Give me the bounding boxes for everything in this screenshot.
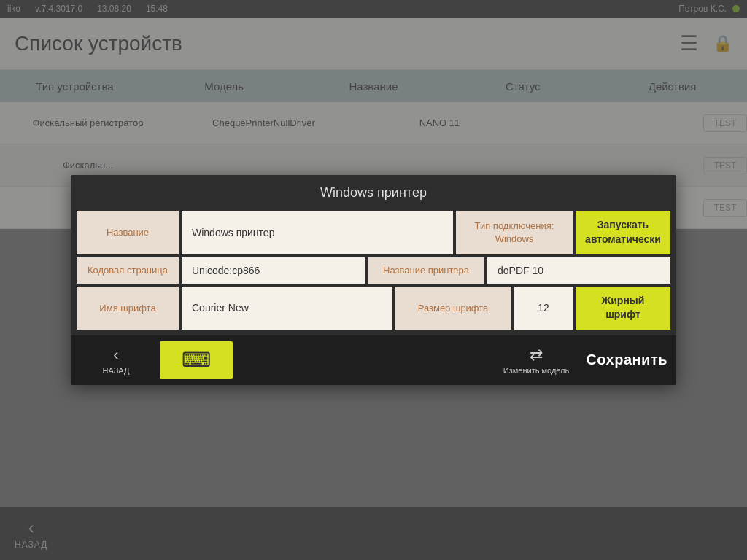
codepage-label: Кодовая страница <box>77 257 179 284</box>
modal-footer: ‹ НАЗАД ⌨ ⇄ Изменить модель Сохранить <box>71 335 676 385</box>
auto-start-button[interactable]: Запускать автоматически <box>576 211 670 254</box>
name-label: Название <box>77 211 179 254</box>
modal-overlay: Windows принтер Название Windows принтер… <box>0 0 747 560</box>
printer-name-label: Название принтера <box>368 257 484 284</box>
modal-body: Название Windows принтер Тип подключения… <box>71 208 676 335</box>
name-value[interactable]: Windows принтер <box>182 211 453 254</box>
change-model-button[interactable]: ⇄ Изменить модель <box>492 346 580 375</box>
save-button[interactable]: Сохранить <box>580 351 667 368</box>
codepage-value[interactable]: Unicode:cp866 <box>182 257 365 284</box>
printer-name-value[interactable]: doPDF 10 <box>487 257 670 284</box>
keyboard-icon: ⌨ <box>182 348 211 372</box>
font-name-value[interactable]: Courier New <box>182 287 392 330</box>
form-row-3: Имя шрифта Courier New Размер шрифта 12 … <box>77 287 670 330</box>
bold-font-button[interactable]: Жирный шрифт <box>576 287 670 330</box>
modal-back-button[interactable]: ‹ НАЗАД <box>80 346 152 375</box>
modal-dialog: Windows принтер Название Windows принтер… <box>71 175 676 384</box>
modal-back-label: НАЗАД <box>103 366 130 375</box>
font-size-value[interactable]: 12 <box>514 287 573 330</box>
modal-back-arrow-icon: ‹ <box>113 346 118 365</box>
keyboard-button[interactable]: ⌨ <box>160 341 233 379</box>
change-model-label: Изменить модель <box>503 366 569 375</box>
form-row-2: Кодовая страница Unicode:cp866 Название … <box>77 257 670 284</box>
font-name-label: Имя шрифта <box>77 287 179 330</box>
form-row-1: Название Windows принтер Тип подключения… <box>77 211 670 254</box>
change-model-icon: ⇄ <box>530 346 543 365</box>
connection-type-label: Тип подключения: Windows <box>456 211 573 254</box>
font-size-label: Размер шрифта <box>395 287 511 330</box>
modal-title: Windows принтер <box>71 175 676 208</box>
